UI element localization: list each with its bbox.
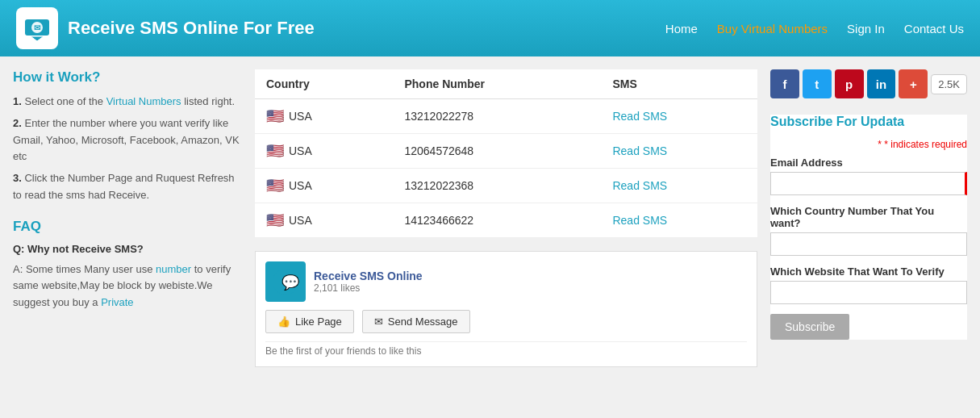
email-label: Email Address xyxy=(770,157,967,169)
faq-section: FAQ Q: Why not Receive SMS? A: Some time… xyxy=(13,219,242,311)
fb-send-label: Send Message xyxy=(388,316,458,328)
facebook-share-btn[interactable]: f xyxy=(770,69,799,98)
step-3: 3. Click the Number Page and Ruquest Ref… xyxy=(13,170,242,204)
faq-answer: A: Some times Many user use number to ve… xyxy=(13,261,242,311)
fb-friends-text: Be the first of your friends to like thi… xyxy=(265,341,747,357)
gplus-share-btn[interactable]: + xyxy=(899,69,928,98)
read-sms-link-2[interactable]: Read SMS xyxy=(612,179,667,192)
pinterest-share-btn[interactable]: p xyxy=(835,69,864,98)
fb-logo-icon: 💬 xyxy=(265,261,306,302)
step-1-num: 1. xyxy=(13,95,22,107)
phone-cell: 14123466622 xyxy=(393,203,601,238)
table-row: 🇺🇸USA 13212022278 Read SMS xyxy=(255,99,757,134)
read-sms-link-1[interactable]: Read SMS xyxy=(612,144,667,157)
center-content: Country Phone Number SMS 🇺🇸USA 132120222… xyxy=(255,69,757,367)
site-title: Receive SMS Online For Free xyxy=(68,18,315,39)
read-sms-link-3[interactable]: Read SMS xyxy=(612,214,667,227)
step-1: 1. Select one of the Virtual Numbers lis… xyxy=(13,94,242,111)
header-left: ✉ Receive SMS Online For Free xyxy=(16,7,315,49)
main-content: How it Work? 1. Select one of the Virtua… xyxy=(0,56,980,380)
right-sidebar: f t p in + 2.5K Subscribe For Updata * *… xyxy=(757,69,967,367)
required-note: * * indicates required xyxy=(770,139,967,150)
nav-home[interactable]: Home xyxy=(665,22,698,36)
country-cell: 🇺🇸USA xyxy=(255,169,393,203)
nav-contact-us[interactable]: Contact Us xyxy=(904,22,964,36)
linkedin-share-btn[interactable]: in xyxy=(867,69,896,98)
subscribe-title: Subscribe For Updata xyxy=(770,115,967,129)
facebook-widget: 💬 Receive SMS Online 2,101 likes 👍 Like … xyxy=(255,251,757,367)
virtual-numbers-link[interactable]: Virtual Numbers xyxy=(106,95,181,107)
fb-header: 💬 Receive SMS Online 2,101 likes xyxy=(265,261,747,302)
fb-like-button[interactable]: 👍 Like Page xyxy=(265,310,354,333)
fb-send-button[interactable]: ✉ Send Message xyxy=(362,310,470,333)
country-cell: 🇺🇸USA xyxy=(255,203,393,238)
subscribe-section: Subscribe For Updata * * indicates requi… xyxy=(770,115,967,340)
country-cell: 🇺🇸USA xyxy=(255,99,393,134)
how-it-works-title: How it Work? xyxy=(13,69,242,86)
header: ✉ Receive SMS Online For Free Home Buy V… xyxy=(0,0,980,56)
step-2-num: 2. xyxy=(13,117,22,129)
sms-cell: Read SMS xyxy=(601,99,757,134)
website-input[interactable] xyxy=(770,281,967,304)
fb-icon: 👍 xyxy=(277,316,290,328)
table-row: 🇺🇸USA 12064572648 Read SMS xyxy=(255,134,757,169)
social-share-bar: f t p in + 2.5K xyxy=(770,69,967,98)
country-cell: 🇺🇸USA xyxy=(255,134,393,169)
country-number-input[interactable] xyxy=(770,232,967,256)
faq-title: FAQ xyxy=(13,219,242,235)
share-count: 2.5K xyxy=(931,74,967,94)
nav-buy-virtual[interactable]: Buy Virtual Numbers xyxy=(717,22,828,36)
faq-question: Q: Why not Receive SMS? xyxy=(13,241,242,258)
fb-buttons: 👍 Like Page ✉ Send Message xyxy=(265,310,747,333)
asterisk: * xyxy=(878,139,882,150)
numbers-table: Country Phone Number SMS 🇺🇸USA 132120222… xyxy=(255,69,757,238)
subscribe-button[interactable]: Subscribe xyxy=(770,314,849,340)
col-phone: Phone Number xyxy=(393,69,601,99)
logo-icon: ✉ xyxy=(16,7,58,49)
nav-sign-in[interactable]: Sign In xyxy=(847,22,885,36)
website-label: Which Website That Want To Verify xyxy=(770,265,967,278)
step-2: 2. Enter the number where you want verif… xyxy=(13,115,242,165)
email-input[interactable] xyxy=(770,172,967,195)
phone-cell: 13212022278 xyxy=(393,99,601,134)
sms-cell: Read SMS xyxy=(601,134,757,169)
col-country: Country xyxy=(255,69,393,99)
svg-marker-1 xyxy=(31,36,44,41)
col-sms: SMS xyxy=(601,69,757,99)
sms-cell: Read SMS xyxy=(601,169,757,203)
fb-send-icon: ✉ xyxy=(374,316,383,328)
faq-private-link[interactable]: Private xyxy=(101,296,133,308)
faq-number-link[interactable]: number xyxy=(156,263,191,275)
step-3-num: 3. xyxy=(13,172,22,184)
main-nav: Home Buy Virtual Numbers Sign In Contact… xyxy=(665,22,964,36)
fb-likes-count: 2,101 likes xyxy=(314,282,423,294)
twitter-share-btn[interactable]: t xyxy=(803,69,832,98)
sms-cell: Read SMS xyxy=(601,203,757,238)
table-row: 🇺🇸USA 13212022368 Read SMS xyxy=(255,169,757,203)
fb-page-name[interactable]: Receive SMS Online xyxy=(314,270,423,282)
fb-like-label: Like Page xyxy=(295,316,342,328)
read-sms-link-0[interactable]: Read SMS xyxy=(612,110,667,123)
phone-cell: 12064572648 xyxy=(393,134,601,169)
svg-text:💬: 💬 xyxy=(281,274,300,291)
svg-text:✉: ✉ xyxy=(34,23,41,32)
country-number-label: Which Country Number That You want? xyxy=(770,205,967,229)
fb-page-info: Receive SMS Online 2,101 likes xyxy=(314,270,423,294)
left-sidebar: How it Work? 1. Select one of the Virtua… xyxy=(13,69,255,367)
phone-cell: 13212022368 xyxy=(393,169,601,203)
table-row: 🇺🇸USA 14123466622 Read SMS xyxy=(255,203,757,238)
